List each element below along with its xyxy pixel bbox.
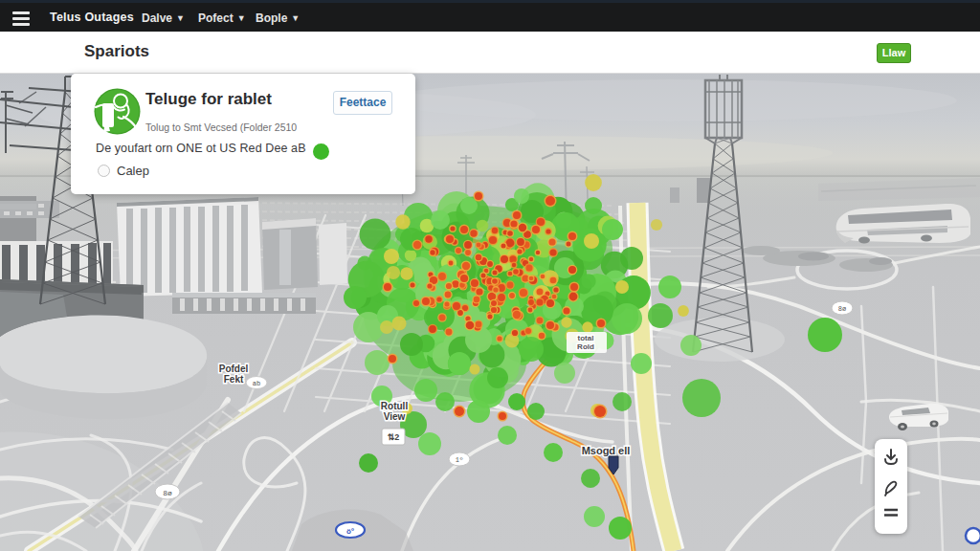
svg-text:Rold: Rold	[577, 342, 594, 351]
svg-text:total: total	[578, 334, 594, 342]
svg-text:Fekt: Fekt	[224, 374, 244, 385]
svg-text:Rotull: Rotull	[381, 401, 409, 411]
svg-text:⇅2: ⇅2	[388, 432, 400, 442]
svg-text:8ø: 8ø	[838, 305, 846, 313]
svg-text:ab: ab	[253, 380, 260, 387]
svg-text:8ø: 8ø	[163, 489, 172, 497]
svg-text:Pofdel: Pofdel	[219, 364, 249, 374]
svg-text:View: View	[384, 411, 406, 422]
svg-text:Msogd ell: Msogd ell	[582, 445, 631, 456]
svg-text:öº: öº	[346, 527, 354, 536]
svg-text:1º: 1º	[456, 456, 463, 464]
